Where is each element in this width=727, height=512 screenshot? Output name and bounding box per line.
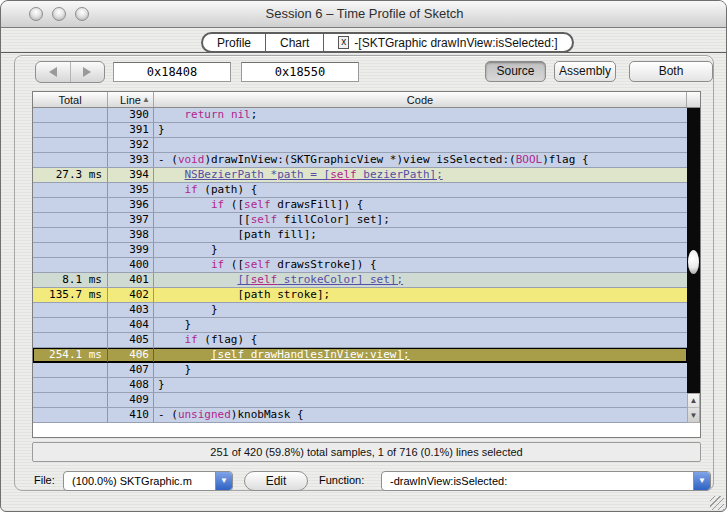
line-number-cell: 394 — [108, 168, 154, 182]
column-header-code[interactable]: Code — [154, 92, 687, 107]
code-cell: return nil; — [154, 108, 687, 122]
code-token: [[ — [237, 273, 250, 286]
code-token: self — [251, 273, 278, 286]
line-number-cell: 400 — [108, 258, 154, 272]
code-cell: [path fill]; — [154, 228, 687, 242]
code-token: )flag { — [542, 153, 588, 166]
code-cell: - (void)drawInView:(SKTGraphicView *)vie… — [154, 153, 687, 167]
both-view-button[interactable]: Both — [629, 61, 713, 82]
total-time-cell — [33, 213, 108, 227]
scroll-down-button[interactable]: ▼ — [688, 408, 699, 422]
code-token: ([ — [224, 258, 244, 271]
line-number-cell: 407 — [108, 363, 154, 377]
table-row-line-406[interactable]: 254.1 ms406 [self drawHandlesInView:view… — [33, 348, 687, 363]
total-time-cell — [33, 303, 108, 317]
tab-close-icon[interactable]: x — [338, 36, 349, 49]
code-token: ; — [251, 108, 258, 121]
code-cell: } — [154, 318, 687, 332]
code-token: ([ — [224, 198, 244, 211]
window-title: Session 6 – Time Profile of Sketch — [1, 6, 727, 21]
code-token: return — [185, 108, 225, 121]
line-number-cell: 398 — [108, 228, 154, 242]
column-header-scroll-spacer — [687, 92, 700, 107]
code-token: } — [158, 378, 165, 391]
total-time-cell — [33, 123, 108, 137]
tab-profile[interactable]: Profile — [203, 34, 266, 51]
vertical-scrollbar: ▲ ▼ — [687, 108, 700, 437]
total-time-cell — [33, 333, 108, 347]
forward-button[interactable] — [71, 62, 105, 82]
table-row-line-398[interactable]: 398 [path fill]; — [33, 228, 687, 243]
table-row-line-399[interactable]: 399 } — [33, 243, 687, 258]
status-bar: 251 of 420 (59.8%) total samples, 1 of 7… — [32, 442, 701, 462]
history-nav-buttons — [35, 61, 105, 83]
code-cell: [path stroke]; — [154, 288, 687, 302]
line-number-cell: 404 — [108, 318, 154, 332]
address-end-field[interactable]: 0x18550 — [241, 62, 359, 82]
table-row-line-403[interactable]: 403 } — [33, 303, 687, 318]
code-token: strokeColor] set]; — [277, 273, 403, 286]
total-time-cell — [33, 363, 108, 377]
tab-active-label: -[SKTGraphic drawInView:isSelected:] — [354, 36, 557, 50]
file-popup[interactable]: (100.0%) SKTGraphic.m ▼ — [63, 471, 233, 491]
code-token: if — [211, 198, 224, 211]
table-row-line-396[interactable]: 396 if ([self drawsFill]) { — [33, 198, 687, 213]
edit-button[interactable]: Edit — [244, 471, 308, 491]
scroll-up-button[interactable]: ▲ — [688, 394, 699, 408]
column-header-total[interactable]: Total — [33, 92, 108, 107]
code-token: if — [185, 183, 198, 196]
address-start-field[interactable]: 0x18408 — [113, 62, 231, 82]
table-row-line-390[interactable]: 390 return nil; — [33, 108, 687, 123]
table-row-line-405[interactable]: 405 if (flag) { — [33, 333, 687, 348]
code-cell: } — [154, 243, 687, 257]
table-row-line-410[interactable]: 410- (unsigned)knobMask { — [33, 408, 687, 423]
table-row-line-402[interactable]: 135.7 ms402 [path stroke]; — [33, 288, 687, 303]
total-time-cell: 135.7 ms — [33, 288, 108, 302]
line-number-cell: 397 — [108, 213, 154, 227]
table-row-line-407[interactable]: 407 } — [33, 363, 687, 378]
code-cell: NSBezierPath *path = [self bezierPath]; — [154, 168, 687, 182]
table-row-line-408[interactable]: 408} — [33, 378, 687, 393]
code-token: drawsStroke]) { — [271, 258, 377, 271]
resize-grip[interactable] — [710, 496, 724, 510]
table-row-line-392[interactable]: 392 — [33, 138, 687, 153]
code-token: } — [211, 303, 218, 316]
table-row-line-404[interactable]: 404 } — [33, 318, 687, 333]
table-row-line-394[interactable]: 27.3 ms394 NSBezierPath *path = [self be… — [33, 168, 687, 183]
back-button[interactable] — [36, 62, 71, 82]
code-cell: if (flag) { — [154, 333, 687, 347]
table-header: Total Line ▲ Code — [33, 92, 700, 108]
table-row-line-397[interactable]: 397 [[self fillColor] set]; — [33, 213, 687, 228]
scrollbar-track[interactable] — [687, 108, 700, 393]
line-number-cell: 396 — [108, 198, 154, 212]
title-bar[interactable]: Session 6 – Time Profile of Sketch — [1, 1, 727, 28]
scrollbar-thumb[interactable] — [688, 250, 699, 274]
code-token: [self drawHandlesInView:view]; — [211, 348, 410, 361]
line-number-cell: 410 — [108, 408, 154, 422]
table-row-line-401[interactable]: 8.1 ms401 [[self strokeColor] set]; — [33, 273, 687, 288]
table-row-line-391[interactable]: 391} — [33, 123, 687, 138]
column-header-line[interactable]: Line ▲ — [108, 92, 154, 107]
code-cell: } — [154, 378, 687, 392]
total-time-cell — [33, 318, 108, 332]
code-token: [[ — [237, 213, 250, 226]
total-time-cell — [33, 228, 108, 242]
table-row-line-393[interactable]: 393- (void)drawInView:(SKTGraphicView *)… — [33, 153, 687, 168]
code-token: } — [211, 243, 218, 256]
table-row-line-395[interactable]: 395 if (path) { — [33, 183, 687, 198]
scrollbar-arrow-buttons: ▲ ▼ — [687, 393, 700, 423]
tab-active-function[interactable]: x -[SKTGraphic drawInView:isSelected:] — [324, 34, 571, 51]
line-number-cell: 395 — [108, 183, 154, 197]
table-row-line-400[interactable]: 400 if ([self drawsStroke]) { — [33, 258, 687, 273]
table-row-line-409[interactable]: 409 — [33, 393, 687, 408]
assembly-view-button[interactable]: Assembly — [554, 61, 616, 82]
source-view-button[interactable]: Source — [485, 61, 546, 82]
tab-chart[interactable]: Chart — [266, 34, 324, 51]
total-time-cell — [33, 408, 108, 422]
code-token: bezierPath]; — [357, 168, 443, 181]
code-token: - ( — [158, 153, 178, 166]
function-popup[interactable]: -drawInView:isSelected: ▼ — [381, 471, 711, 491]
code-token: self — [244, 258, 271, 271]
code-token: self — [251, 213, 278, 226]
code-token: NSBezierPath *path = [ — [185, 168, 331, 181]
